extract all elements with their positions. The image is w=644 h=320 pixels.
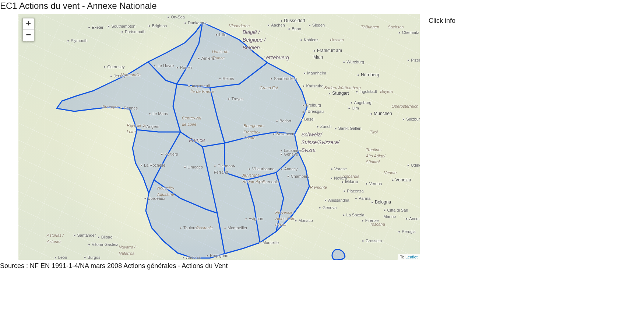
attribution: Te Leaflet [398, 254, 420, 260]
zoom-out-button[interactable]: − [23, 29, 34, 41]
page-title: EC1 Actions du vent - Annexe Nationale [0, 0, 644, 13]
info-panel: Click info [429, 13, 455, 25]
source-text: Sources : NF EN 1991-1-4/NA mars 2008 Ac… [0, 262, 420, 270]
map[interactable]: + − FranceSchweiz/Suisse/Svizzera/Svizra… [18, 14, 420, 260]
map-overlay[interactable] [18, 14, 420, 260]
zone-corsica[interactable] [332, 250, 345, 260]
attribution-prefix: Te [400, 255, 405, 259]
info-panel-text: Click info [429, 17, 455, 24]
attribution-link[interactable]: Leaflet [405, 255, 418, 259]
zoom-in-button[interactable]: + [23, 18, 34, 29]
zoom-control: + − [22, 18, 35, 42]
zone-outline[interactable] [57, 22, 309, 258]
